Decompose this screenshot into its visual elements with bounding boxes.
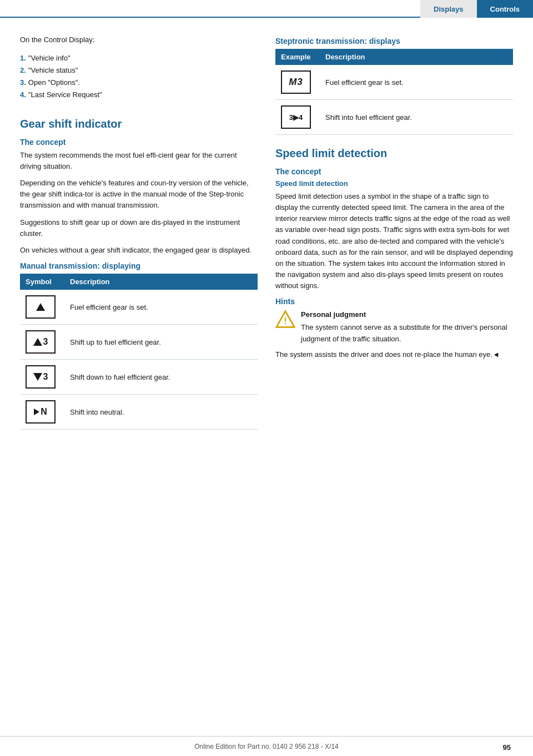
description-cell: Fuel efficient gear is set. (64, 290, 258, 325)
intro-text: On the Control Display: (20, 34, 258, 46)
closing-text: The system assists the driver and does n… (275, 349, 513, 360)
steptronic-col2-header: Description (320, 49, 513, 65)
arrow-up-icon (36, 303, 45, 311)
gear-num-neutral: N (41, 407, 47, 417)
example-cell: M3 (275, 65, 320, 100)
speed-limit-main-heading: Speed limit detection (275, 146, 513, 160)
description-cell: Shift into neutral. (64, 395, 258, 430)
description-cell: Shift down to fuel efficient gear. (64, 360, 258, 395)
content-area: On the Control Display: 1."Vehicle info"… (0, 18, 533, 463)
symbol-shift-down: 3 (26, 365, 56, 389)
gear-shift-label: 3▶4 (289, 113, 303, 122)
gear-concept-p2: Depending on the vehicle's features and … (20, 178, 258, 211)
steptronic-col1-header: Example (275, 49, 320, 65)
warning-triangle-icon: ! (275, 309, 295, 329)
step-1: 1."Vehicle info" (20, 52, 258, 64)
footer: Online Edition for Part no. 0140 2 956 2… (0, 736, 533, 756)
steptronic-heading: Steptronic transmission: displays (275, 37, 513, 46)
arrow-right-icon (34, 409, 39, 415)
tab-controls[interactable]: Controls (477, 0, 533, 18)
description-cell: Fuel efficient gear is set. (320, 65, 513, 100)
gear-concept-p3: Suggestions to shift gear up or down are… (20, 217, 258, 239)
symbol-shift-up: 3 (26, 330, 56, 354)
arrow-down-icon (33, 373, 42, 381)
steptronic-table: Example Description M3 Fuel efficient ge… (275, 49, 513, 135)
manual-col2-header: Description (64, 274, 258, 290)
speed-subsub-heading: Speed limit detection (275, 179, 513, 188)
description-cell: Shift into fuel efficient gear. (320, 100, 513, 135)
table-row: 3 Shift up to fuel efficient gear. (20, 325, 258, 360)
manual-table: Symbol Description Fuel efficient gear i… (20, 274, 258, 430)
symbol-cell: 3 (20, 360, 64, 395)
manual-col1-header: Symbol (20, 274, 64, 290)
symbol-cell: 3 (20, 325, 64, 360)
symbol-fuel-efficient (26, 295, 56, 319)
step-2: 2."Vehicle status" (20, 64, 258, 77)
gear-concept-p4: On vehicles without a gear shift indicat… (20, 245, 258, 256)
table-row: 3▶4 Shift into fuel efficient gear. (275, 100, 513, 135)
hint-title: Personal judgment (301, 309, 513, 320)
gear-shift-heading: Gear shift indicator (20, 117, 258, 131)
table-row: N Shift into neutral. (20, 395, 258, 430)
gear-concept-p1: The system recommends the most fuel effi… (20, 150, 258, 172)
step-4: 4."Last Service Request" (20, 89, 258, 101)
symbol-cell: N (20, 395, 64, 430)
description-cell: Shift up to fuel efficient gear. (64, 325, 258, 360)
speed-concept-heading: The concept (275, 167, 513, 176)
right-column: Steptronic transmission: displays Exampl… (275, 34, 513, 441)
gear-num-down: 3 (43, 372, 48, 382)
hint-warning-block: ! Personal judgment The system cannot se… (275, 309, 513, 344)
manual-table-heading: Manual transmission: displaying (20, 261, 258, 270)
footer-text: Online Edition for Part no. 0140 2 956 2… (194, 743, 339, 750)
steps-list: 1."Vehicle info" 2."Vehicle status" 3.Op… (20, 52, 258, 101)
hint-body: The system cannot serve as a substitute … (301, 322, 513, 344)
hints-section: Hints ! Personal judgment The system can… (275, 297, 513, 360)
gear-concept-heading: The concept (20, 138, 258, 147)
table-row: 3 Shift down to fuel efficient gear. (20, 360, 258, 395)
example-cell: 3▶4 (275, 100, 320, 135)
svg-text:!: ! (284, 316, 286, 326)
arrow-up-icon (33, 338, 42, 346)
gear-num-up: 3 (43, 337, 48, 347)
step-3: 3.Open "Options". (20, 77, 258, 89)
symbol-cell (20, 290, 64, 325)
speed-body-p1: Speed limit detection uses a symbol in t… (275, 191, 513, 291)
left-column: On the Control Display: 1."Vehicle info"… (20, 34, 258, 441)
table-row: Fuel efficient gear is set. (20, 290, 258, 325)
symbol-m3: M3 (281, 70, 311, 94)
hints-heading: Hints (275, 297, 513, 306)
hint-text: Personal judgment The system cannot serv… (301, 309, 513, 344)
table-row: M3 Fuel efficient gear is set. (275, 65, 513, 100)
tab-displays[interactable]: Displays (420, 0, 476, 18)
page-number: 95 (503, 743, 511, 752)
top-nav: Displays Controls (0, 0, 533, 18)
symbol-3to4: 3▶4 (281, 105, 311, 129)
symbol-neutral: N (26, 400, 56, 424)
